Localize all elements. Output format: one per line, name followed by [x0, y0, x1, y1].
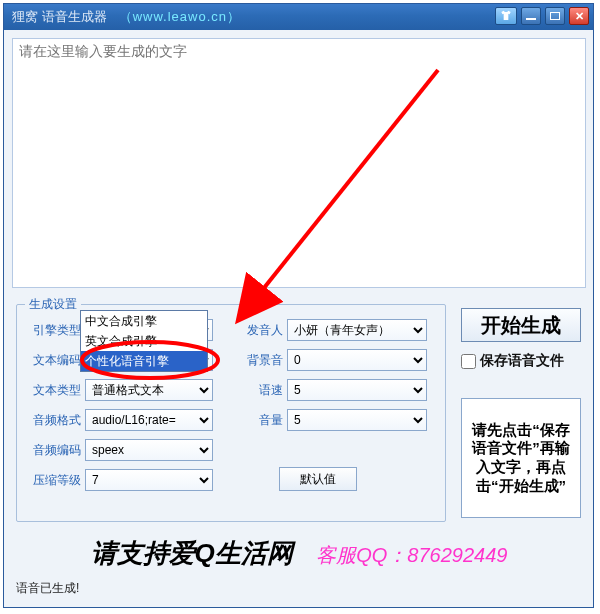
engine-label: 引擎类型 — [23, 322, 81, 339]
settings-legend: 生成设置 — [25, 296, 81, 313]
defaults-button[interactable]: 默认值 — [279, 467, 357, 491]
bgm-select[interactable]: 0 — [287, 349, 427, 371]
save-checkbox-label: 保存语音文件 — [480, 352, 564, 370]
audioenc-label: 音频编码 — [23, 442, 81, 459]
textenc-label: 文本编码 — [23, 352, 81, 369]
footer: 请支持爱Q生活网 客服QQ：876292449 — [14, 536, 584, 571]
audioenc-select[interactable]: speex — [85, 439, 213, 461]
dropdown-item-selected[interactable]: 个性化语音引擎 — [81, 351, 207, 371]
text-input[interactable] — [12, 38, 586, 288]
audiofmt-label: 音频格式 — [23, 412, 81, 429]
bgm-label: 背景音 — [239, 352, 283, 369]
qq-text: 客服QQ：876292449 — [316, 544, 507, 566]
audiofmt-select[interactable]: audio/L16;rate= — [85, 409, 213, 431]
minimize-button[interactable] — [521, 7, 541, 25]
maximize-button[interactable] — [545, 7, 565, 25]
engine-dropdown-list[interactable]: 中文合成引擎 英文合成引擎 个性化语音引擎 — [80, 310, 208, 372]
titlebar[interactable]: 狸窝 语音生成器 （www.leawo.cn） ✕ — [4, 4, 593, 30]
compress-select[interactable]: 7 — [85, 469, 213, 491]
dropdown-item[interactable]: 英文合成引擎 — [81, 331, 207, 351]
hint-text: 请先点击“保存语音文件”再输入文字，再点击“开始生成” — [470, 421, 572, 496]
app-title: 狸窝 语音生成器 — [12, 8, 107, 26]
texttype-select[interactable]: 普通格式文本 — [85, 379, 213, 401]
support-text: 请支持爱Q生活网 — [91, 538, 293, 568]
speaker-select[interactable]: 小妍（青年女声） — [287, 319, 427, 341]
skin-icon[interactable] — [495, 7, 517, 25]
speed-select[interactable]: 5 — [287, 379, 427, 401]
dropdown-item[interactable]: 中文合成引擎 — [81, 311, 207, 331]
status-text: 语音已生成! — [16, 580, 79, 597]
speaker-label: 发音人 — [239, 322, 283, 339]
hint-box: 请先点击“保存语音文件”再输入文字，再点击“开始生成” — [461, 398, 581, 518]
volume-select[interactable]: 5 — [287, 409, 427, 431]
speed-label: 语速 — [239, 382, 283, 399]
start-button[interactable]: 开始生成 — [461, 308, 581, 342]
save-checkbox[interactable] — [461, 354, 476, 369]
save-checkbox-row[interactable]: 保存语音文件 — [461, 352, 564, 370]
texttype-label: 文本类型 — [23, 382, 81, 399]
window-controls: ✕ — [495, 7, 589, 25]
compress-label: 压缩等级 — [23, 472, 81, 489]
app-window: 狸窝 语音生成器 （www.leawo.cn） ✕ 生成设置 引擎类型 中文合成… — [3, 3, 594, 608]
app-url: （www.leawo.cn） — [119, 8, 241, 26]
volume-label: 音量 — [239, 412, 283, 429]
close-button[interactable]: ✕ — [569, 7, 589, 25]
